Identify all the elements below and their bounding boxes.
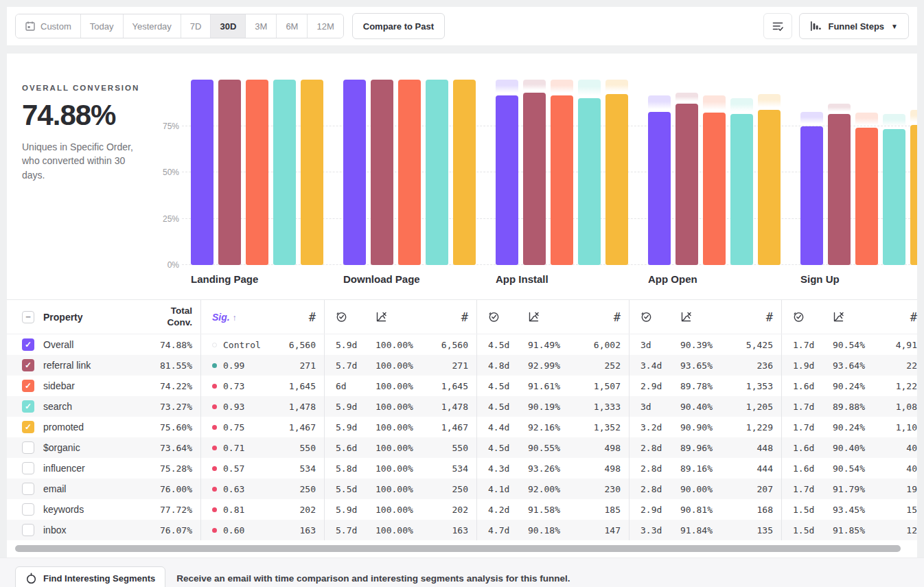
segment-checkbox[interactable]	[22, 503, 34, 516]
count-column-header[interactable]: #	[766, 310, 773, 324]
sort-ascending-icon: ↑	[233, 313, 237, 323]
step-count: 168	[738, 505, 773, 515]
funnel-bar-promoted[interactable]	[301, 80, 323, 265]
funnel-bar-referral-link[interactable]	[218, 80, 241, 265]
segment-checkbox[interactable]	[22, 483, 34, 495]
avg-time-column-header[interactable]	[793, 311, 833, 323]
top-toolbar: CustomTodayYesterday7D30D3M6M12M Compare…	[7, 7, 917, 45]
funnel-bar-promoted[interactable]	[758, 110, 781, 265]
date-range-3m[interactable]: 3M	[246, 14, 277, 38]
bar-slot	[218, 80, 241, 265]
step-count: 1,08	[890, 402, 917, 412]
funnel-bar-overall[interactable]	[648, 112, 671, 265]
property-name[interactable]: $organic	[43, 442, 133, 453]
property-name[interactable]: inbox	[43, 525, 133, 536]
date-range-12m[interactable]: 12M	[308, 14, 343, 38]
conversion-rate-column-header[interactable]	[376, 311, 433, 323]
funnel-bar-referral-link[interactable]	[523, 93, 546, 265]
funnel-bar-sidebar[interactable]	[703, 113, 726, 265]
date-range-6m[interactable]: 6M	[277, 14, 308, 38]
segment-checkbox[interactable]	[22, 462, 34, 474]
funnel-bar-search[interactable]	[273, 80, 296, 265]
total-conv-column-header[interactable]: TotalConv.	[133, 306, 192, 329]
funnel-bar-search[interactable]	[426, 80, 448, 265]
segment-checkbox[interactable]: ✓	[22, 380, 34, 392]
segment-checkbox[interactable]: ✓	[22, 338, 34, 351]
property-column-header[interactable]: Property	[43, 312, 133, 323]
funnel-bar-sidebar[interactable]	[551, 95, 573, 265]
funnel-bar-overall[interactable]	[343, 80, 366, 265]
avg-time-value: 4.5d	[488, 381, 528, 391]
total-conversion-value: 77.72%	[133, 505, 192, 515]
avg-time-value: 1.7d	[793, 484, 833, 494]
funnel-bar-overall[interactable]	[496, 95, 518, 265]
conversion-rate-value: 90.40%	[680, 402, 738, 412]
property-name[interactable]: keywords	[43, 504, 133, 515]
legend-toggle-button[interactable]	[763, 13, 792, 39]
count-column-header[interactable]: #	[614, 310, 621, 324]
date-range-7d[interactable]: 7D	[181, 14, 211, 38]
funnel-bar-referral-link[interactable]	[828, 114, 851, 265]
property-name[interactable]: promoted	[43, 422, 133, 433]
avg-time-column-header[interactable]	[488, 311, 528, 323]
segment-checkbox[interactable]	[22, 524, 34, 536]
date-range-yesterday[interactable]: Yesterday	[124, 14, 181, 38]
funnel-bar-overall[interactable]	[191, 80, 213, 265]
count-column-header[interactable]: #	[309, 310, 316, 324]
bar-slot	[273, 80, 296, 265]
funnel-bar-referral-link[interactable]	[675, 104, 698, 265]
funnel-bar-search[interactable]	[883, 129, 905, 265]
segment-checkbox[interactable]	[22, 441, 34, 454]
count-column-header[interactable]: #	[910, 310, 917, 324]
avg-time-value: 5.7d	[336, 360, 376, 371]
step-count: 550	[433, 443, 468, 453]
conversion-rate-column-header[interactable]	[833, 311, 890, 323]
horizontal-scrollbar[interactable]	[15, 545, 901, 552]
significance-value: 0.99	[223, 360, 244, 371]
funnel-bar-sidebar[interactable]	[398, 80, 421, 265]
segment-checkbox[interactable]: ✓	[22, 359, 34, 371]
avg-time-column-header[interactable]	[640, 311, 680, 323]
total-conversion-value: 74.88%	[133, 340, 192, 350]
date-range-30d[interactable]: 30D	[211, 14, 246, 38]
property-name[interactable]: sidebar	[43, 380, 133, 391]
property-name[interactable]: email	[43, 483, 133, 494]
property-name[interactable]: Overall	[43, 339, 133, 350]
count-column-header[interactable]: #	[461, 310, 468, 324]
find-interesting-segments-button[interactable]: Find Interesting Segments	[15, 566, 165, 587]
funnel-bar-overall[interactable]	[800, 126, 823, 265]
funnel-bar-search[interactable]	[578, 98, 601, 266]
significance-value: 0.75	[223, 422, 244, 433]
significance-column-header[interactable]: Sig. ↑	[212, 312, 309, 323]
property-name[interactable]: search	[43, 401, 133, 412]
step-count: 448	[738, 443, 773, 453]
conversion-rate-column-header[interactable]	[528, 311, 586, 323]
conversion-rate-column-header[interactable]	[680, 311, 738, 323]
bar-slot	[523, 80, 546, 265]
date-range-today[interactable]: Today	[81, 14, 124, 38]
funnel-bar-sidebar[interactable]	[855, 128, 878, 265]
significance-dot	[212, 466, 217, 471]
funnel-bar-promoted[interactable]	[910, 125, 917, 265]
conversion-rate-value: 90.00%	[680, 484, 738, 494]
segment-checkbox[interactable]: ✓	[22, 400, 34, 413]
funnel-bar-sidebar[interactable]	[246, 80, 268, 265]
conversion-rate-value: 91.61%	[528, 381, 586, 391]
date-range-custom[interactable]: Custom	[16, 14, 81, 38]
avg-time-value: 1.5d	[793, 525, 833, 536]
property-name[interactable]: referral link	[43, 360, 133, 371]
segment-checkbox[interactable]: ✓	[22, 421, 34, 433]
dropoff-ghost-bar	[605, 80, 628, 92]
avg-time-column-header[interactable]	[336, 311, 376, 323]
conversion-rate-value: 90.55%	[528, 443, 586, 453]
funnel-bar-promoted[interactable]	[453, 80, 476, 265]
compare-to-past-button[interactable]: Compare to Past	[352, 13, 445, 39]
funnel-bar-promoted[interactable]	[605, 94, 628, 265]
bar-slot	[855, 80, 878, 265]
funnel-steps-dropdown[interactable]: Funnel Steps ▼	[799, 13, 909, 39]
funnel-bar-search[interactable]	[730, 114, 753, 265]
bar-slot	[828, 80, 851, 265]
funnel-bar-referral-link[interactable]	[371, 80, 393, 265]
select-all-checkbox[interactable]: −	[22, 311, 34, 323]
property-name[interactable]: influencer	[43, 463, 133, 474]
